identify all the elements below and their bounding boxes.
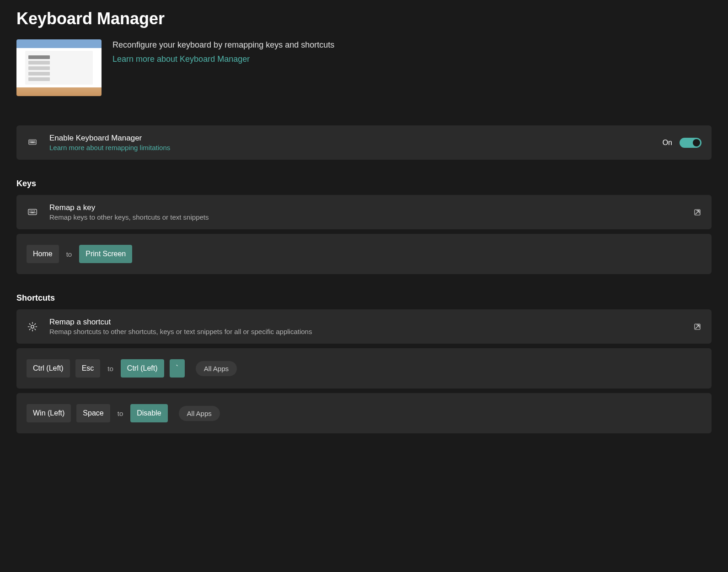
svg-point-3 [32,140,33,141]
to-label: to [116,410,125,417]
enable-card-title: Enable Keyboard Manager [49,134,652,143]
svg-point-11 [33,210,34,211]
enable-card: Enable Keyboard Manager Learn more about… [16,125,712,160]
remapping-limitations-link[interactable]: Learn more about remapping limitations [49,144,652,151]
shortcuts-section-header: Shortcuts [16,293,712,303]
page-title: Keyboard Manager [16,9,712,28]
svg-point-17 [31,325,34,328]
shortcut-mapping-row: Win (Left) Space to Disable All Apps [16,393,712,433]
svg-point-1 [30,140,30,141]
svg-point-12 [34,210,35,211]
keyboard-icon [27,137,38,149]
remap-shortcut-body: Remap a shortcut Remap shortcuts to othe… [49,318,682,335]
enable-card-body: Enable Keyboard Manager Learn more about… [49,134,652,151]
svg-point-13 [30,212,31,213]
shortcut-to-chip: Disable [130,404,167,422]
open-external-icon[interactable] [693,208,701,216]
key-mapping-row: Home to Print Screen [16,234,712,274]
svg-point-10 [31,210,32,211]
gear-icon [27,321,38,333]
svg-point-5 [30,142,30,142]
keys-section-header: Keys [16,179,712,189]
shortcut-from-chip: Win (Left) [27,404,71,422]
to-label: to [64,250,74,258]
scope-chip: All Apps [196,361,237,376]
svg-point-9 [30,210,31,211]
hero-text: Reconfigure your keyboard by remapping k… [112,39,334,64]
enable-card-actions: On [663,138,701,148]
hero-thumbnail [16,39,102,96]
svg-rect-8 [28,209,37,215]
svg-point-6 [35,142,35,142]
scope-chip: All Apps [179,406,220,421]
key-to-chip: Print Screen [79,245,132,263]
remap-shortcut-card[interactable]: Remap a shortcut Remap shortcuts to othe… [16,309,712,344]
remap-shortcut-subtitle: Remap shortcuts to other shortcuts, keys… [49,328,682,335]
keyboard-outline-icon [27,206,38,218]
svg-point-14 [35,212,35,213]
shortcut-mapping-row: Ctrl (Left) Esc to Ctrl (Left) ` All App… [16,348,712,389]
remap-shortcut-title: Remap a shortcut [49,318,682,327]
open-external-icon[interactable] [693,323,701,331]
svg-rect-7 [31,142,34,142]
hero-section: Reconfigure your keyboard by remapping k… [16,39,712,96]
svg-rect-15 [31,212,34,213]
enable-toggle[interactable] [680,138,701,148]
remap-key-card[interactable]: Remap a key Remap keys to other keys, sh… [16,195,712,229]
remap-key-title: Remap a key [49,203,682,212]
key-from-chip: Home [27,245,59,263]
toggle-label: On [663,139,672,147]
shortcut-from-chip: Esc [75,359,101,378]
shortcut-from-chip: Ctrl (Left) [27,359,70,378]
shortcut-to-chip: Ctrl (Left) [121,359,164,378]
learn-more-link[interactable]: Learn more about Keyboard Manager [112,54,334,64]
to-label: to [106,365,115,372]
remap-key-subtitle: Remap keys to other keys, shortcuts or t… [49,213,682,221]
svg-point-2 [31,140,32,141]
shortcut-to-chip: ` [170,359,185,378]
svg-point-4 [34,140,34,141]
remap-key-body: Remap a key Remap keys to other keys, sh… [49,203,682,221]
shortcut-from-chip: Space [76,404,110,422]
hero-description: Reconfigure your keyboard by remapping k… [112,40,334,50]
